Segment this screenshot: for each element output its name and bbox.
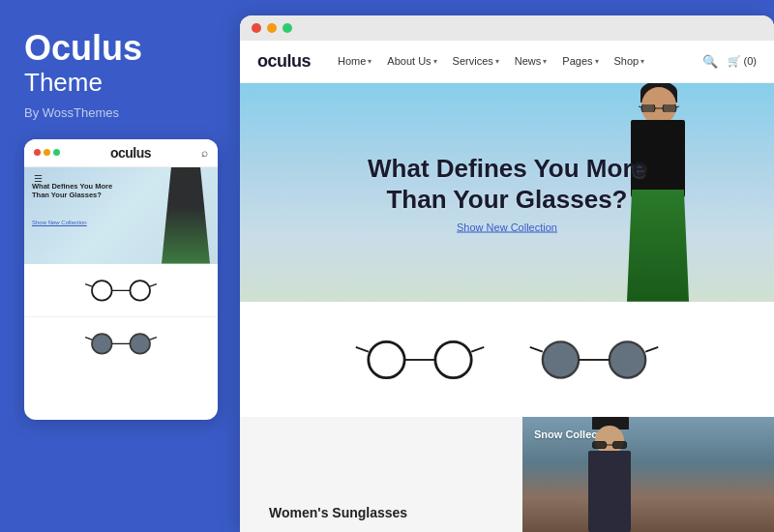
chevron-down-icon: ▾ [595, 57, 599, 66]
svg-point-5 [92, 334, 112, 354]
svg-line-19 [471, 347, 484, 352]
nav-shop[interactable]: Shop ▾ [614, 55, 645, 67]
svg-line-13 [639, 106, 641, 107]
mobile-dot-red [34, 149, 41, 156]
svg-line-24 [645, 347, 658, 352]
browser-dot-yellow[interactable] [267, 23, 277, 33]
mobile-mockup: oculus ⌕ ☰ What Defines You More Than Yo… [24, 139, 218, 420]
hat-top [595, 417, 626, 420]
mobile-dot-yellow [44, 149, 50, 156]
search-icon[interactable]: 🔍 [702, 54, 718, 69]
nav-home[interactable]: Home ▾ [338, 55, 372, 67]
svg-point-10 [641, 104, 655, 112]
svg-rect-25 [592, 441, 607, 449]
nav-links: Home ▾ About Us ▾ Services ▾ News ▾ Page… [338, 55, 701, 67]
mobile-search-icon[interactable]: ⌕ [201, 146, 208, 160]
person-glasses [639, 99, 679, 106]
chevron-down-icon: ▾ [495, 57, 499, 66]
svg-point-20 [543, 341, 579, 377]
mobile-hero: ☰ What Defines You More Than Your Glasse… [24, 167, 218, 264]
bottom-section: Women's Sunglasses Snow Collection [240, 417, 774, 532]
product-dark-lens-glasses[interactable] [526, 333, 662, 386]
svg-point-16 [435, 341, 471, 377]
mobile-product-1 [24, 264, 218, 317]
chevron-down-icon: ▾ [543, 57, 547, 66]
svg-line-9 [150, 338, 157, 340]
browser-dot-green[interactable] [283, 23, 292, 33]
mobile-logo: oculus [110, 145, 151, 161]
mobile-dot-green [53, 149, 60, 156]
dark-lens-glasses-svg [526, 333, 662, 386]
hero-section: What Defines You More Than Your Glasses?… [240, 83, 774, 302]
nav-about[interactable]: About Us ▾ [387, 55, 436, 67]
svg-point-15 [369, 341, 404, 377]
nav-news[interactable]: News ▾ [515, 55, 548, 67]
bottom-person-silhouette [571, 417, 648, 532]
navigation: oculus Home ▾ About Us ▾ Services ▾ News… [240, 41, 774, 83]
wire-frame-glasses-svg [352, 333, 488, 386]
chevron-down-icon: ▾ [640, 57, 644, 66]
nav-icons: 🔍 🛒 (0) [702, 54, 758, 69]
brand-subtitle: Theme [24, 68, 216, 98]
hero-heading: What Defines You More Than Your Glasses? [368, 152, 646, 215]
website-preview: oculus Home ▾ About Us ▾ Services ▾ News… [240, 15, 774, 532]
svg-line-8 [85, 338, 92, 340]
product-wire-frame-glasses[interactable] [352, 333, 488, 386]
svg-line-23 [530, 347, 543, 352]
chevron-down-icon: ▾ [433, 57, 437, 66]
mobile-top-bar: oculus ⌕ [24, 139, 218, 167]
svg-line-14 [676, 106, 679, 107]
bottom-person-body [588, 451, 631, 532]
cart-icon[interactable]: 🛒 (0) [728, 55, 758, 68]
svg-rect-26 [612, 441, 627, 449]
brand-name: Oculus [24, 29, 216, 68]
nav-pages[interactable]: Pages ▾ [562, 55, 598, 67]
svg-point-6 [130, 334, 150, 354]
mobile-product-2 [24, 317, 218, 370]
mobile-glasses-svg-2 [82, 329, 160, 358]
brand-author: By WossThemes [24, 105, 216, 120]
svg-line-4 [150, 283, 157, 286]
svg-line-18 [356, 347, 369, 352]
svg-line-3 [85, 283, 92, 286]
mobile-window-controls [34, 149, 60, 156]
bottom-image-area: Snow Collection [522, 417, 774, 532]
mobile-hero-link[interactable]: Show New Collection [32, 220, 87, 225]
svg-point-0 [92, 281, 112, 301]
products-section [240, 302, 774, 417]
chevron-down-icon: ▾ [368, 57, 372, 66]
bottom-person-glasses [592, 435, 627, 443]
hero-cta-link[interactable]: Show New Collection [368, 221, 646, 232]
website-content: oculus Home ▾ About Us ▾ Services ▾ News… [240, 41, 774, 532]
svg-point-21 [610, 341, 645, 377]
mobile-hero-person [162, 167, 210, 264]
left-panel: Oculus Theme By WossThemes oculus ⌕ ☰ Wh… [0, 0, 240, 532]
bottom-text-area: Women's Sunglasses [240, 417, 522, 532]
svg-point-1 [130, 281, 150, 301]
womens-sunglasses-label: Women's Sunglasses [269, 505, 407, 520]
svg-point-11 [663, 104, 676, 112]
nav-services[interactable]: Services ▾ [453, 55, 499, 67]
mobile-glasses-svg-1 [82, 276, 160, 305]
mobile-hero-text: What Defines You More Than Your Glasses? [32, 182, 112, 201]
browser-chrome [240, 15, 774, 41]
hero-text-block: What Defines You More Than Your Glasses?… [368, 152, 646, 232]
site-logo[interactable]: oculus [257, 51, 311, 72]
brand-title: Oculus Theme By WossThemes [24, 29, 216, 139]
browser-dot-red[interactable] [252, 23, 261, 33]
